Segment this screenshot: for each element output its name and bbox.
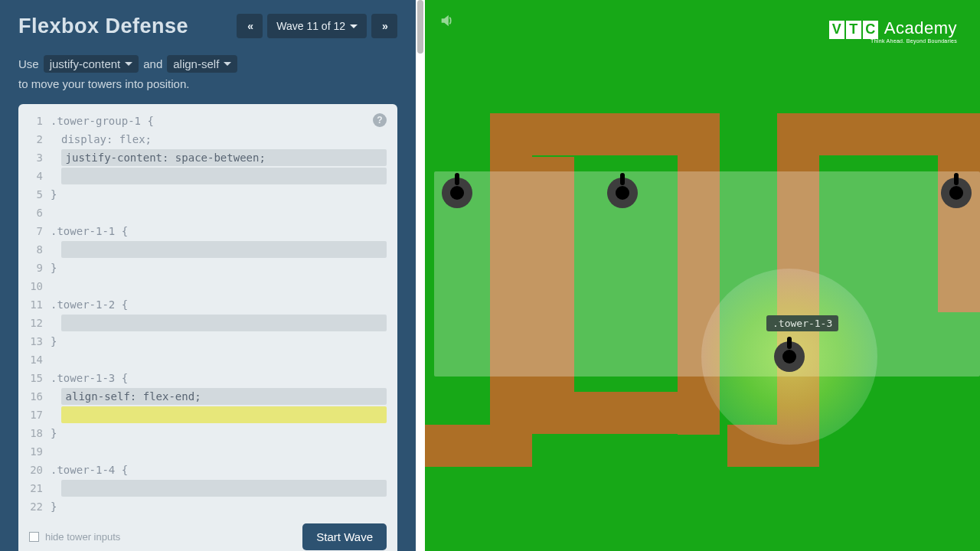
code-line [51,204,387,222]
code-line [51,442,387,461]
code-lines: .tower-group-1 {display: flex;justify-co… [51,112,387,516]
code-line: } [51,259,387,277]
code-line: .tower-group-1 { [51,112,387,130]
hide-tower-inputs-toggle[interactable]: hide tower inputs [29,531,120,543]
chevron-down-icon [224,62,231,66]
tower-1-1[interactable] [442,178,472,208]
left-panel: Flexbox Defense « Wave 11 of 12 » Use ju… [0,0,425,551]
help-icon[interactable]: ? [373,113,387,127]
code-line: .tower-1-1 { [51,222,387,240]
instr-text: Use [18,57,39,70]
tower-1-4[interactable] [941,178,972,208]
toggle-label: hide tower inputs [45,531,120,543]
scrollbar-thumb[interactable] [417,0,423,54]
tower-tooltip: .tower-1-3 [766,315,838,331]
wave-nav: « Wave 11 of 12 » [237,14,397,38]
justify-content-pill[interactable]: justify-content [44,55,139,73]
game-board: VTC Academy Think Ahead. Beyond Boundari… [425,0,980,551]
code-line [51,479,387,497]
logo-box: C [863,21,878,39]
tower-1-2[interactable] [607,178,638,208]
css-input[interactable] [61,315,387,331]
chevron-down-icon [125,62,132,66]
logo-word: Academy [884,18,957,38]
vtc-logo: VTC Academy [829,18,957,39]
css-input[interactable] [61,241,387,258]
code-line [51,240,387,259]
code-line: } [51,185,387,204]
code-line [51,277,387,295]
css-input[interactable]: align-self: flex-end; [61,388,387,405]
code-line: } [51,332,387,350]
css-input[interactable] [61,406,387,423]
css-input[interactable]: justify-content: space-between; [61,149,387,166]
chevron-down-icon [350,24,358,28]
code-line [51,350,387,369]
logo-box: V [829,21,844,39]
code-line [51,314,387,332]
css-editor: ? 12345678910111213141516171819202122 .t… [18,104,397,551]
wave-label: Wave 11 of 12 [276,20,345,32]
top-bar: Flexbox Defense « Wave 11 of 12 » [18,14,397,38]
code-line: .tower-1-2 { [51,295,387,314]
line-gutter: 12345678910111213141516171819202122 [29,112,51,516]
instr-text: to move your towers into position. [18,77,189,90]
logo-box: T [846,21,861,39]
instr-text: and [143,57,162,70]
path-segment [532,392,720,434]
css-input[interactable] [61,168,387,184]
pill-label: justify-content [50,57,121,70]
code-line: } [51,497,387,516]
code-line: .tower-1-4 { [51,461,387,479]
checkbox-icon [29,532,39,542]
page-title: Flexbox Defense [18,15,188,38]
start-wave-button[interactable]: Start Wave [302,523,387,550]
instructions: Use justify-content and align-self to mo… [18,55,397,90]
wave-select[interactable]: Wave 11 of 12 [267,14,367,38]
code-line: .tower-1-3 { [51,369,387,387]
code-line: } [51,424,387,442]
logo-tagline: Think Ahead. Beyond Boundaries [871,38,957,44]
next-wave-button[interactable]: » [371,14,397,38]
code-line [51,406,387,424]
tower-1-3[interactable] [774,341,805,372]
pill-label: align-self [173,57,219,70]
css-input[interactable] [61,480,387,497]
sound-icon[interactable] [439,12,456,32]
code-line: display: flex; [51,130,387,148]
code-line: justify-content: space-between; [51,148,387,167]
code-line [51,167,387,185]
align-self-pill[interactable]: align-self [167,55,237,73]
code-line: align-self: flex-end; [51,387,387,406]
prev-wave-button[interactable]: « [237,14,263,38]
